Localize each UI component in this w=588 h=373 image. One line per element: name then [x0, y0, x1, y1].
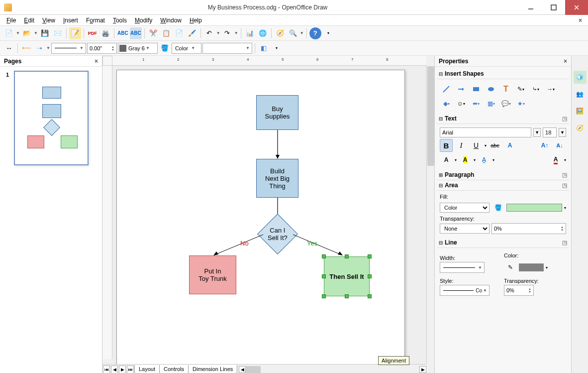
shape-callouts-icon[interactable]: 💬▾ [499, 97, 512, 110]
flowchart-box-build[interactable]: Build Next Big Thing [256, 159, 298, 198]
sidebar-tab-gallery-icon[interactable]: 🖼️ [574, 105, 587, 118]
copy-button[interactable]: 📋 [160, 27, 172, 39]
minimize-button[interactable] [519, 0, 542, 15]
menu-view[interactable]: View [39, 16, 59, 25]
canvas-viewport[interactable]: Buy Supplies Build Next Big Thing Can I … [112, 66, 426, 364]
menu-format[interactable]: Format [83, 16, 108, 25]
shape-stars-icon[interactable]: ★▾ [514, 97, 527, 110]
save-button[interactable]: 💾 [39, 27, 51, 39]
menu-file[interactable]: File [3, 16, 19, 25]
menu-modify[interactable]: Modify [131, 16, 156, 25]
line-endings-button[interactable]: ⟵ [20, 42, 32, 54]
edit-file-button[interactable]: 📝 [69, 27, 81, 39]
shape-basic-icon[interactable]: ◆▾ [440, 97, 453, 110]
paste-button[interactable]: 📄 [173, 27, 185, 39]
tab-nav-prev[interactable]: ◀ [111, 366, 118, 373]
shape-block-arrows-icon[interactable]: ⬌▾ [470, 97, 483, 110]
format-paintbrush-button[interactable]: 🖌️ [186, 27, 198, 39]
navigator-button[interactable]: 🧭 [274, 27, 286, 39]
line-arrow-button[interactable]: ➝ [33, 42, 45, 54]
line-transparency-spinner[interactable]: 0%▲▼ [504, 285, 534, 296]
section-paragraph[interactable]: ⊞Paragraph◳ [437, 170, 569, 180]
page-thumbnail-1[interactable]: 1 [4, 71, 98, 165]
document-close-button[interactable]: × [576, 16, 585, 25]
pages-close-button[interactable]: × [95, 58, 98, 65]
fill-color-swatch[interactable] [506, 204, 562, 212]
menu-insert[interactable]: Insert [60, 16, 82, 25]
italic-button[interactable]: I [455, 139, 468, 152]
flowchart-box-buy-supplies[interactable]: Buy Supplies [256, 95, 298, 130]
underline-button[interactable]: U [470, 139, 483, 152]
section-line[interactable]: ⊟Line◳ [437, 238, 569, 248]
shape-line-icon[interactable] [440, 83, 453, 96]
section-area[interactable]: ⊟Area◳ [437, 180, 569, 191]
highlight-button[interactable]: A [459, 153, 472, 166]
line-style-dropdown[interactable]: ▼ [51, 43, 86, 54]
menu-tools[interactable]: Tools [109, 16, 130, 25]
toolbar-overflow[interactable]: ▾ [322, 27, 334, 39]
tab-nav-next[interactable]: ▶ [119, 366, 126, 373]
shadow-button[interactable]: ◧ [258, 42, 270, 54]
tab-dimension-lines[interactable]: Dimension Lines [188, 365, 237, 373]
transparency-mode-select[interactable]: None [440, 224, 490, 234]
flowchart-box-sell-selected[interactable]: Then Sell It [322, 254, 372, 298]
undo-button[interactable]: ↶ [203, 27, 215, 39]
redo-button[interactable]: ↷ [221, 27, 233, 39]
bold-button[interactable]: B [440, 139, 453, 152]
horizontal-scrollbar[interactable]: ◀▶ [239, 366, 426, 373]
increase-font-button[interactable]: A↑ [538, 139, 551, 152]
shadow-text-button[interactable]: A [503, 139, 516, 152]
chart-button[interactable]: 📊 [244, 27, 256, 39]
char-spacing-button[interactable]: A͍ [478, 153, 490, 166]
shape-arrow-icon[interactable] [455, 83, 468, 96]
open-button[interactable]: 📂 [21, 27, 33, 39]
close-button[interactable] [565, 0, 588, 15]
area-style-button[interactable]: 🪣 [159, 42, 171, 54]
tab-controls[interactable]: Controls [159, 365, 189, 373]
tab-nav-last[interactable]: ⏭ [127, 366, 134, 373]
line-color-swatch[interactable] [519, 263, 544, 271]
fill-bucket-icon[interactable]: 🪣 [491, 201, 504, 214]
line-width-dropdown[interactable]: ▼ [440, 262, 485, 273]
fill-mode-dropdown[interactable]: Color▼ [172, 43, 201, 54]
line-color-dropdown[interactable]: Gray 6▼ [118, 43, 158, 54]
cut-button[interactable]: ✂️ [147, 27, 159, 39]
font-name-input[interactable] [440, 127, 531, 137]
line-style-select[interactable]: Co▼ [440, 285, 490, 296]
shape-text-icon[interactable]: T [499, 83, 512, 96]
sidebar-tab-properties-icon[interactable]: 🧊 [574, 71, 587, 84]
fill-mode-select[interactable]: Color [440, 203, 490, 213]
font-color-red-button[interactable]: A [549, 153, 562, 166]
shape-connector-icon[interactable]: ⤷▾ [529, 83, 542, 96]
section-text[interactable]: ⊟Text◳ [437, 114, 569, 124]
section-insert-shapes[interactable]: ⊟Insert Shapes [437, 69, 569, 79]
new-button[interactable]: 📄 [3, 27, 15, 39]
shape-rectangle-icon[interactable] [470, 83, 483, 96]
menu-edit[interactable]: Edit [20, 16, 38, 25]
menu-window[interactable]: Window [157, 16, 185, 25]
line-width-spinner[interactable]: 0.00"▲▼ [87, 43, 117, 54]
vertical-scrollbar[interactable] [426, 66, 434, 364]
email-button[interactable]: ✉️ [52, 27, 64, 39]
transparency-value-spinner[interactable]: 0%▲▼ [491, 223, 566, 234]
shape-ellipse-icon[interactable] [485, 83, 497, 96]
export-pdf-button[interactable]: PDF [87, 27, 98, 39]
zoom-button[interactable]: 🔍 [287, 27, 299, 39]
fill-color-dropdown[interactable]: ▼ [202, 43, 252, 54]
shape-lines-arrows-icon[interactable]: →▾ [544, 83, 557, 96]
strikethrough-button[interactable]: abc [489, 139, 501, 152]
arrow-style-button[interactable]: ↔ [3, 42, 15, 54]
print-button[interactable]: 🖨️ [99, 27, 111, 39]
spellcheck-button[interactable]: ABC [117, 27, 129, 39]
flowchart-box-toy-trunk[interactable]: Put In Toy Trunk [189, 255, 236, 294]
toolbar2-overflow[interactable]: ▾ [271, 42, 283, 54]
help-button[interactable]: ? [309, 27, 321, 39]
shape-symbol-icon[interactable]: ☺▾ [455, 97, 468, 110]
hyperlink-button[interactable]: 🌐 [257, 27, 269, 39]
sidebar-tab-styles-icon[interactable]: 👥 [574, 88, 587, 101]
properties-close-button[interactable]: × [564, 58, 567, 65]
decrease-font-button[interactable]: A↓ [553, 139, 566, 152]
shape-curve-icon[interactable]: ✎▾ [514, 83, 527, 96]
tab-layout[interactable]: Layout [134, 365, 160, 373]
font-color-button[interactable]: A [440, 153, 453, 166]
